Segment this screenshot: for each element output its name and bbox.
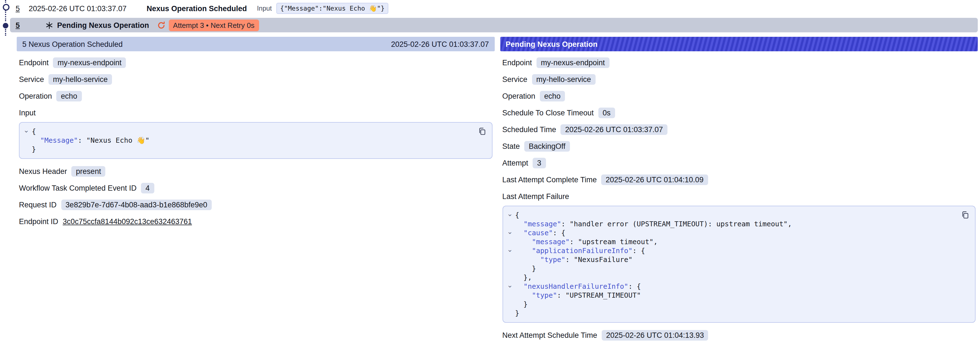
field-nexus-header: Nexus Header present [19, 166, 492, 177]
field-label: Endpoint [19, 59, 49, 67]
field-value-chip: my-nexus-endpoint [53, 57, 126, 68]
history-rows: 5 2025-02-26 UTC 01:03:37.07 Nexus Opera… [0, 0, 980, 32]
event-panel-header: 5 Nexus Operation Scheduled 2025-02-26 U… [17, 37, 495, 51]
pending-panel-header: Pending Nexus Operation [500, 37, 978, 51]
field-request-id: Request ID 3e829b7e-7d67-4b08-aad3-b1e86… [19, 199, 492, 211]
collapse-chevron-icon[interactable]: › [505, 246, 515, 255]
history-pending-row[interactable]: 5 Pending Nexus Operation Attempt 3 • Ne… [10, 18, 978, 32]
field-label: Request ID [19, 201, 57, 209]
field-state: State BackingOff [502, 140, 975, 152]
timeline-dotted-line [5, 29, 6, 36]
event-timestamp: 2025-02-26 UTC 01:03:37.07 [29, 4, 126, 13]
gutter-spacer [505, 309, 515, 318]
timeline-pending-marker-icon [3, 23, 8, 29]
code-lines: ›{ "Message": "Nexus Echo 👋"} [22, 127, 473, 154]
copy-icon[interactable] [960, 209, 970, 220]
field-label: Scheduled Time [502, 125, 556, 134]
field-operation: Operation echo [19, 90, 492, 102]
detail-panels: 5 Nexus Operation Scheduled 2025-02-26 U… [17, 37, 978, 346]
gutter-spacer [22, 136, 32, 145]
event-title: Nexus Operation Scheduled [146, 4, 247, 13]
field-scheduled-time: Scheduled Time 2025-02-26 UTC 01:03:37.0… [502, 124, 975, 136]
field-value-chip: echo [57, 91, 82, 101]
field-label: Endpoint ID [19, 217, 58, 226]
gutter-spacer [505, 238, 515, 246]
field-value-chip: my-hello-service [48, 74, 112, 85]
field-label: Service [502, 75, 527, 84]
field-schedule-to-close-timeout: Schedule To Close Timeout 0s [502, 107, 975, 119]
timeline-event-marker-icon [3, 4, 10, 11]
retry-icon [157, 21, 165, 29]
field-value-chip: 2025-02-26 UTC 01:03:37.07 [561, 124, 667, 135]
gutter-spacer [505, 255, 515, 264]
field-label: Operation [502, 92, 535, 101]
field-endpoint: Endpoint my-nexus-endpoint [502, 57, 975, 69]
field-label: State [502, 142, 520, 150]
pending-id-link[interactable]: 5 [16, 21, 20, 29]
field-value-chip: echo [540, 91, 565, 101]
code-lines: ›{ "message": "handler error (UPSTREAM_T… [505, 211, 956, 318]
gutter-spacer [505, 273, 515, 282]
field-value-chip: my-hello-service [532, 74, 596, 85]
field-value-chip: 3e829b7e-7d67-4b08-aad3-b1e868bfe9e0 [61, 200, 212, 210]
field-value-chip: 4 [141, 183, 154, 193]
retry-attempt-badge: Attempt 3 • Next Retry 0s [169, 19, 259, 31]
field-value-chip: 3 [533, 158, 546, 168]
collapse-chevron-icon[interactable]: › [505, 211, 515, 220]
field-label: Attempt [502, 159, 528, 167]
pending-operation-panel: Pending Nexus Operation Endpoint my-nexu… [500, 37, 978, 346]
pending-panel-title: Pending Nexus Operation [506, 40, 598, 48]
pending-title: Pending Nexus Operation [57, 21, 149, 29]
field-value-chip: BackingOff [524, 141, 570, 152]
field-workflow-task-completed-event-id: Workflow Task Completed Event ID 4 [19, 182, 492, 194]
field-label: Schedule To Close Timeout [502, 109, 593, 117]
field-endpoint: Endpoint my-nexus-endpoint [19, 57, 492, 69]
copy-icon[interactable] [477, 126, 487, 137]
field-label: Nexus Header [19, 167, 67, 176]
collapse-chevron-icon[interactable]: › [505, 228, 515, 238]
timeline-dotted-line [5, 10, 6, 21]
field-next-attempt-schedule-time: Next Attempt Schedule Time 2025-02-26 UT… [502, 329, 975, 341]
field-label: Service [19, 75, 44, 84]
input-json-viewer: ›{ "Message": "Nexus Echo 👋"} [19, 122, 492, 159]
collapse-chevron-icon[interactable]: › [505, 282, 515, 291]
input-section-label: Input [19, 107, 492, 118]
pending-asterisk-icon [45, 21, 52, 29]
failure-json-viewer: ›{ "message": "handler error (UPSTREAM_T… [502, 206, 975, 323]
field-service: Service my-hello-service [19, 73, 492, 85]
event-input-label: Input [257, 5, 272, 12]
field-label: Operation [19, 92, 52, 101]
field-last-attempt-complete-time: Last Attempt Complete Time 2025-02-26 UT… [502, 174, 975, 186]
gutter-spacer [505, 264, 515, 273]
last-attempt-failure-label: Last Attempt Failure [502, 191, 975, 202]
field-attempt: Attempt 3 [502, 157, 975, 169]
field-label: Last Attempt Complete Time [502, 176, 597, 184]
timeline-rail [2, 0, 10, 37]
gutter-spacer [22, 145, 32, 154]
field-value-chip: 2025-02-26 UTC 01:04:10.09 [601, 174, 708, 185]
event-id-link[interactable]: 5 [16, 4, 20, 13]
event-panel-title: 5 Nexus Operation Scheduled [22, 40, 123, 48]
event-panel-timestamp: 2025-02-26 UTC 01:03:37.07 [391, 40, 489, 48]
collapse-chevron-icon[interactable]: › [22, 127, 32, 136]
gutter-spacer [505, 220, 515, 228]
field-value-chip: 0s [598, 108, 615, 118]
field-label: Endpoint [502, 59, 532, 67]
timeline-dotted-line [5, 0, 6, 3]
gutter-spacer [505, 300, 515, 309]
workflow-history-page: 5 2025-02-26 UTC 01:03:37.07 Nexus Opera… [0, 0, 980, 364]
field-label: Workflow Task Completed Event ID [19, 184, 137, 192]
field-operation: Operation echo [502, 90, 975, 102]
field-label: Next Attempt Schedule Time [502, 331, 597, 340]
endpoint-id-link[interactable]: 3c0c75ccfa8144b092c13ce632463761 [63, 217, 192, 226]
field-value-chip: my-nexus-endpoint [536, 57, 609, 68]
pending-panel-body: Endpoint my-nexus-endpoint Service my-he… [500, 51, 978, 341]
event-panel-body: Endpoint my-nexus-endpoint Service my-he… [17, 51, 495, 227]
event-detail-panel: 5 Nexus Operation Scheduled 2025-02-26 U… [17, 37, 495, 232]
event-input-preview-chip[interactable]: {"Message":"Nexus Echo 👋"} [276, 3, 388, 14]
field-service: Service my-hello-service [502, 73, 975, 85]
field-endpoint-id: Endpoint ID 3c0c75ccfa8144b092c13ce63246… [19, 216, 492, 227]
history-event-row[interactable]: 5 2025-02-26 UTC 01:03:37.07 Nexus Opera… [10, 0, 980, 17]
field-value-chip: present [72, 166, 106, 177]
gutter-spacer [505, 291, 515, 300]
